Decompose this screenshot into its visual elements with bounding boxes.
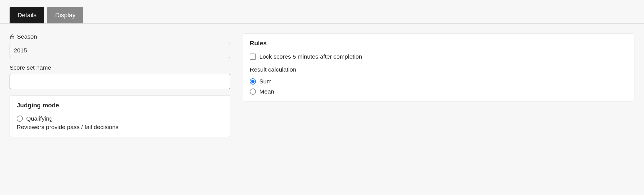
season-label-row: Season [10, 33, 230, 40]
result-calculation-label: Result calculation [250, 66, 627, 73]
radio-qualifying-row[interactable]: Qualifying [17, 115, 223, 122]
qualifying-description: Reviewers provide pass / fail decisions [17, 124, 223, 130]
svg-point-1 [12, 37, 12, 38]
radio-sum-row[interactable]: Sum [250, 78, 627, 85]
radio-qualifying-label: Qualifying [26, 115, 52, 122]
rules-title: Rules [250, 40, 627, 47]
judging-mode-panel: Judging mode Qualifying Reviewers provid… [10, 95, 230, 137]
radio-sum-label: Sum [259, 78, 271, 85]
lock-scores-row[interactable]: Lock scores 5 minutes after completion [250, 53, 627, 60]
score-set-name-field-group: Score set name [10, 64, 230, 89]
tab-display[interactable]: Display [47, 7, 83, 23]
tab-details[interactable]: Details [10, 7, 44, 23]
left-column: Season Score set name Judging mode Quali… [10, 33, 230, 137]
content-area: Season Score set name Judging mode Quali… [0, 24, 644, 147]
lock-icon [10, 34, 15, 39]
season-input [10, 43, 230, 58]
season-label: Season [17, 33, 37, 40]
score-set-name-label-row: Score set name [10, 64, 230, 71]
lock-scores-checkbox[interactable] [250, 54, 256, 60]
radio-sum[interactable] [250, 78, 256, 85]
season-field-group: Season [10, 33, 230, 58]
score-set-name-input[interactable] [10, 74, 230, 89]
radio-mean-row[interactable]: Mean [250, 88, 627, 95]
radio-mean[interactable] [250, 88, 256, 95]
radio-mean-label: Mean [259, 88, 274, 95]
tabs-bar: Details Display [0, 0, 644, 24]
judging-mode-title: Judging mode [17, 102, 223, 109]
radio-qualifying[interactable] [17, 116, 23, 122]
right-column: Rules Lock scores 5 minutes after comple… [243, 33, 634, 101]
rules-panel: Rules Lock scores 5 minutes after comple… [243, 33, 634, 101]
lock-scores-label: Lock scores 5 minutes after completion [259, 53, 362, 60]
radio-sum-dot [251, 80, 255, 83]
score-set-name-label: Score set name [10, 64, 51, 71]
